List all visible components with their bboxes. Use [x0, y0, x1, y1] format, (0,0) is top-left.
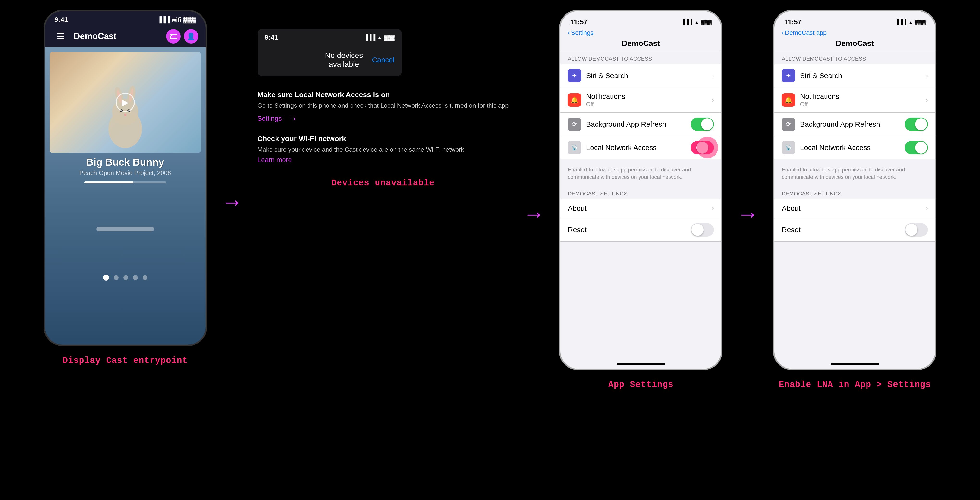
home-indicator-3 [617, 363, 665, 365]
play-button[interactable]: ▶ [116, 93, 135, 112]
siri-content-3: Siri & Search [586, 71, 712, 80]
about-content-4: About [782, 204, 926, 213]
lna-toggle-knob-4 [915, 141, 927, 154]
popup-wifi-icon: ▲ [377, 35, 382, 40]
bg-content-3: Background App Refresh [586, 120, 691, 129]
section2-header-3: DemoCast Settings [560, 186, 721, 199]
settings-back-area-3: ‹ Settings [560, 28, 721, 37]
siri-search-row-4[interactable]: ✦ Siri & Search › [775, 64, 935, 87]
back-label-3: Settings [571, 29, 593, 37]
siri-search-row-3[interactable]: ✦ Siri & Search › [560, 64, 721, 87]
settings-icons-3: ▐▐▐ ▲ ▓▓▓ [681, 19, 711, 25]
lna-icon-4: 📡 [782, 141, 795, 154]
signal-icon: ▐▐▐ [158, 16, 170, 23]
settings-icons-4: ▐▐▐ ▲ ▓▓▓ [895, 19, 926, 25]
settings-nav-title-4: DemoCast [836, 39, 874, 51]
settings-back-4[interactable]: ‹ DemoCast app [782, 29, 928, 37]
profile-icon[interactable]: 👤 [184, 29, 198, 43]
s4-wifi: ▲ [908, 19, 913, 25]
notif-content-3: Notifications Off [586, 92, 712, 108]
arrow-to-settings: → [286, 112, 298, 125]
no-devices-header: No devices available Cancel [258, 44, 402, 76]
reset-row-3[interactable]: Reset [560, 218, 721, 241]
reset-row-4[interactable]: Reset [775, 218, 935, 241]
popup-time: 9:41 [265, 34, 278, 41]
siri-chevron-4: › [926, 72, 928, 79]
s4-battery: ▓▓▓ [915, 19, 926, 25]
arrow-1-to-2: → [221, 190, 243, 214]
lna-icon-3: 📡 [568, 141, 581, 154]
instructions-block: Make sure Local Network Access is on Go … [258, 86, 509, 168]
about-row-4[interactable]: About › [775, 199, 935, 218]
dot-4 [133, 275, 138, 280]
status-icons-1: ▐▐▐ wifi ▓▓▓ [158, 16, 196, 23]
settings-link[interactable]: Settings [258, 115, 282, 122]
learn-more-link[interactable]: Learn more [258, 156, 292, 163]
about-label-3: About [568, 204, 712, 213]
about-right-4: › [926, 205, 928, 212]
menu-icon[interactable]: ☰ [52, 28, 69, 45]
bg-toggle-knob-3 [701, 118, 713, 130]
bg-content-4: Background App Refresh [800, 120, 905, 129]
bg-refresh-row-3[interactable]: ⟳ Background App Refresh [560, 113, 721, 136]
reset-content-4: Reset [782, 226, 905, 234]
instruction2-text: Make sure your device and the Cast devic… [258, 145, 509, 154]
bg-toggle-knob-4 [915, 118, 927, 130]
notif-content-4: Notifications Off [800, 92, 926, 108]
bg-label-3: Background App Refresh [586, 120, 691, 129]
settings-time-4: 11:57 [784, 18, 801, 26]
notifications-row-4[interactable]: 🔔 Notifications Off › [775, 87, 935, 113]
arrow-3-to-4: → [737, 202, 759, 227]
lna-toggle-wrapper-3 [691, 141, 714, 154]
thumbnail-row-2 [116, 236, 134, 270]
status-bar-1: 9:41 ▐▐▐ wifi ▓▓▓ [45, 11, 205, 25]
movie-subtitle: Peach Open Movie Project, 2008 [80, 169, 171, 177]
svg-point-10 [124, 114, 126, 116]
section1-header-4: Allow DemoCast to Access [775, 51, 935, 64]
reset-toggle-3[interactable] [691, 223, 714, 237]
app-title: DemoCast [74, 31, 161, 41]
notif-icon-4: 🔔 [782, 93, 795, 107]
lna-row-4[interactable]: 📡 Local Network Access [775, 136, 935, 159]
popup-signal-icon: ▐▐▐ [364, 34, 375, 41]
panel-4: 11:57 ▐▐▐ ▲ ▓▓▓ ‹ DemoCast app DemoCast [773, 10, 937, 390]
s3-battery: ▓▓▓ [701, 19, 712, 25]
s4-signal: ▐▐▐ [895, 19, 907, 25]
no-devices-popup: 9:41 ▐▐▐ ▲ ▓▓▓ No devices available Canc… [258, 29, 402, 76]
panel3-label: App Settings [608, 380, 673, 390]
about-right-3: › [712, 205, 714, 212]
reset-right-4 [905, 223, 928, 237]
settings-back-3[interactable]: ‹ Settings [568, 29, 714, 37]
settings-content-3: Allow DemoCast to Access ✦ Siri & Search… [560, 51, 721, 359]
bg-refresh-row-4[interactable]: ⟳ Background App Refresh [775, 113, 935, 136]
democast-hero: ▶ Big Buck Bunny Peach Open Movie Projec… [45, 47, 205, 345]
reset-toggle-4[interactable] [905, 223, 928, 237]
bunny-svg [94, 81, 156, 153]
siri-label-4: Siri & Search [800, 71, 926, 80]
bg-icon-3: ⟳ [568, 117, 581, 131]
phone-frame-1: 9:41 ▐▐▐ wifi ▓▓▓ ☰ DemoCast [43, 10, 207, 346]
instruction1-heading: Make sure Local Network Access is on [258, 90, 509, 99]
bg-toggle-3[interactable] [691, 117, 714, 131]
lna-row-3[interactable]: 📡 Local Network Access [560, 136, 721, 159]
back-label-4: DemoCast app [785, 29, 827, 37]
notif-sublabel-4: Off [800, 101, 926, 108]
panel-2: 9:41 ▐▐▐ ▲ ▓▓▓ No devices available Canc… [258, 10, 509, 188]
panel2-label: Devices unavailable [331, 178, 434, 188]
lna-description-3: Enabled to allow this app permission to … [560, 164, 721, 186]
about-chevron-4: › [926, 205, 928, 212]
about-chevron-3: › [712, 205, 714, 212]
battery-icon: ▓▓▓ [183, 16, 196, 23]
lna-content-3: Local Network Access [586, 143, 691, 152]
reset-label-3: Reset [568, 226, 691, 234]
about-row-3[interactable]: About › [560, 199, 721, 218]
cast-button[interactable] [166, 29, 181, 43]
lna-toggle-4[interactable] [905, 141, 928, 154]
cancel-button-popup[interactable]: Cancel [371, 56, 395, 64]
popup-icons: ▐▐▐ ▲ ▓▓▓ [364, 34, 394, 41]
bg-toggle-4[interactable] [905, 117, 928, 131]
popup-status-bar: 9:41 ▐▐▐ ▲ ▓▓▓ [258, 29, 402, 44]
dot-indicators [103, 270, 147, 285]
notifications-row-3[interactable]: 🔔 Notifications Off › [560, 87, 721, 113]
settings-phone-4: 11:57 ▐▐▐ ▲ ▓▓▓ ‹ DemoCast app DemoCast [773, 10, 937, 370]
